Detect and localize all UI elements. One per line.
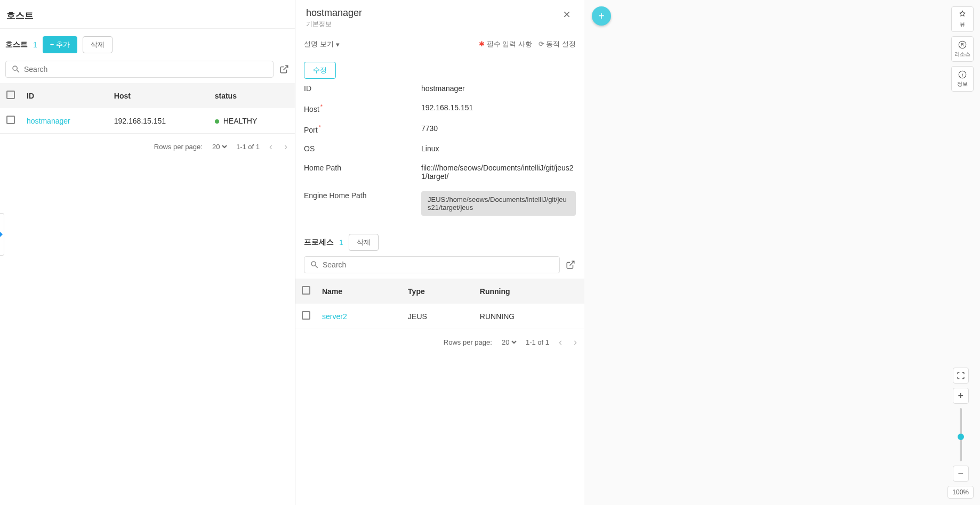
host-id-link[interactable]: hostmanager: [27, 117, 70, 125]
host-table: ID Host status hostmanager 192.168.15.15…: [0, 83, 295, 134]
gear-icon: [958, 10, 967, 20]
svg-text:i: i: [962, 72, 963, 78]
field-id-value: hostmanager: [421, 84, 576, 93]
pagination-range: 1-1 of 1: [526, 338, 549, 346]
field-homepath-label: Home Path: [304, 164, 421, 181]
field-host-label: Host: [304, 105, 319, 113]
required-star-icon: ✱: [479, 40, 485, 48]
host-count: 1: [33, 40, 37, 49]
row-checkbox[interactable]: [302, 311, 310, 320]
process-search-box[interactable]: [304, 256, 560, 273]
process-search-input[interactable]: [323, 260, 554, 269]
process-running: RUNNING: [475, 304, 584, 329]
process-pagination: Rows per page: 20 1-1 of 1 ‹ ›: [295, 329, 584, 355]
view-tool-button[interactable]: 뷰: [951, 6, 974, 32]
dynamic-label: 동적 설정: [546, 40, 576, 48]
fullscreen-icon: [957, 371, 965, 380]
process-count: 1: [339, 238, 343, 247]
right-tool-panel: 뷰 R 리소스 i 정보: [951, 6, 974, 92]
zoom-slider[interactable]: [960, 408, 962, 461]
detail-subtitle: 기본정보: [306, 20, 362, 29]
rows-per-page-label: Rows per page:: [154, 143, 203, 151]
host-ip: 192.168.15.151: [109, 108, 210, 134]
plus-icon: +: [50, 40, 56, 48]
search-box[interactable]: [5, 61, 274, 78]
table-row[interactable]: hostmanager 192.168.15.151 HEALTHY: [0, 108, 295, 134]
column-running: Running: [475, 279, 584, 304]
column-name: Name: [317, 279, 403, 304]
field-os-label: OS: [304, 144, 421, 153]
registered-icon: R: [958, 40, 967, 50]
chevron-down-icon: ▾: [336, 40, 340, 48]
open-external-icon[interactable]: [279, 64, 290, 75]
page-title: 호스트: [0, 0, 295, 29]
field-id-label: ID: [304, 84, 421, 93]
prev-page-button[interactable]: ‹: [557, 337, 564, 348]
add-host-button[interactable]: + 추가: [43, 36, 77, 53]
table-row[interactable]: server2 JEUS RUNNING: [295, 304, 584, 329]
minus-icon: −: [958, 468, 963, 479]
add-fab-button[interactable]: +: [592, 6, 611, 26]
row-checkbox[interactable]: [6, 116, 15, 124]
rows-per-page-select[interactable]: 20: [210, 142, 229, 151]
delete-host-button[interactable]: 삭제: [83, 36, 113, 53]
zoom-controls: + − 100%: [947, 368, 974, 499]
field-os-value: Linux: [421, 144, 576, 153]
process-label: 프로세스: [304, 238, 334, 247]
field-enginepath-value: JEUS:/home/seows/Documents/intelliJ/git/…: [421, 191, 576, 216]
field-enginepath-label: Engine Home Path: [304, 191, 421, 216]
plus-icon: +: [598, 10, 605, 22]
host-list-panel: 호스트 호스트 1 + 추가 삭제 ID Host status: [0, 0, 295, 505]
status-text: HEALTHY: [223, 117, 258, 125]
info-icon: i: [958, 70, 967, 79]
zoom-out-button[interactable]: −: [953, 466, 969, 482]
process-name-link[interactable]: server2: [322, 312, 347, 321]
required-star-icon: *: [319, 124, 321, 131]
process-type: JEUS: [403, 304, 475, 329]
required-star-icon: *: [320, 103, 323, 110]
host-toolbar: 호스트 1 + 추가 삭제: [0, 29, 295, 61]
table-header-row: Name Type Running: [295, 279, 584, 304]
delete-process-button[interactable]: 삭제: [349, 234, 379, 251]
field-port-label: Port: [304, 125, 318, 134]
process-table: Name Type Running server2 JEUS RUNNING: [295, 279, 584, 329]
field-port-value: 7730: [421, 124, 576, 134]
next-page-button[interactable]: ›: [282, 141, 290, 152]
refresh-icon: ⟳: [539, 40, 544, 48]
next-page-button[interactable]: ›: [572, 337, 579, 348]
column-status: status: [210, 83, 295, 108]
prev-page-button[interactable]: ‹: [267, 141, 275, 152]
column-type: Type: [403, 279, 475, 304]
resource-tool-button[interactable]: R 리소스: [951, 36, 974, 62]
canvas-area[interactable]: + 뷰 R 리소스 i 정보 + − 100%: [584, 0, 980, 505]
status-dot-icon: [215, 119, 219, 124]
chevron-right-icon: [0, 232, 3, 237]
host-detail-panel: hostmanager 기본정보 설명 보기 ▾ ✱ 필수 입력 사항 ⟳ 동적…: [295, 0, 584, 505]
select-all-checkbox[interactable]: [302, 286, 310, 295]
zoom-level-label: 100%: [947, 486, 974, 499]
select-all-checkbox[interactable]: [6, 91, 15, 99]
column-id: ID: [21, 83, 109, 108]
pagination-range: 1-1 of 1: [236, 143, 260, 151]
field-homepath-value: file:///home/seows/Documents/intelliJ/gi…: [421, 164, 576, 181]
rows-per-page-select[interactable]: 20: [500, 338, 518, 347]
table-header-row: ID Host status: [0, 83, 295, 108]
close-button[interactable]: [560, 7, 574, 24]
slider-thumb[interactable]: [958, 434, 964, 440]
info-tool-button[interactable]: i 정보: [951, 66, 974, 92]
host-pagination: Rows per page: 20 1-1 of 1 ‹ ›: [0, 134, 295, 160]
detail-title: hostmanager: [306, 7, 362, 19]
search-icon: [310, 260, 319, 270]
search-input[interactable]: [24, 65, 268, 74]
open-external-icon[interactable]: [565, 259, 576, 270]
search-icon: [11, 64, 21, 74]
column-host: Host: [109, 83, 210, 108]
fullscreen-button[interactable]: [953, 368, 969, 384]
description-toggle[interactable]: 설명 보기 ▾: [304, 39, 340, 49]
plus-icon: +: [958, 390, 963, 402]
zoom-in-button[interactable]: +: [953, 388, 969, 404]
drawer-handle[interactable]: [0, 213, 4, 256]
edit-button[interactable]: 수정: [304, 62, 336, 79]
rows-per-page-label: Rows per page:: [444, 338, 492, 346]
close-icon: [562, 10, 572, 19]
